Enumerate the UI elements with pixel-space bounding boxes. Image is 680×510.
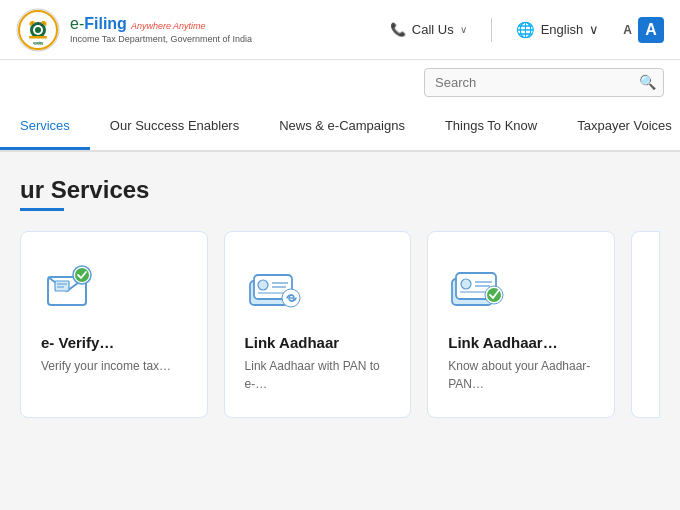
logo-tagline: Anywhere Anytime	[131, 21, 206, 31]
phone-icon: 📞	[390, 22, 406, 37]
nav-label-success-enablers: Our Success Enablers	[110, 118, 239, 133]
card-link-aadhaar-icon-area	[245, 260, 305, 320]
nav-label-taxpayer-voices: Taxpayer Voices	[577, 118, 672, 133]
link-aadhaar-status-icon	[449, 261, 507, 319]
nav-item-news[interactable]: News & e-Campaigns	[259, 104, 425, 150]
header: सत्यमेव e-FilingAnywhere Anytime Income …	[0, 0, 680, 60]
card-link-aadhaar[interactable]: Link Aadhaar Link Aadhaar with PAN to e-…	[224, 231, 412, 418]
logo-filing: Filing	[84, 15, 127, 33]
svg-text:सत्यमेव: सत्यमेव	[32, 41, 44, 46]
search-bar-area: 🔍	[0, 60, 680, 104]
language-chevron: ∨	[589, 22, 599, 37]
nav-item-things-to-know[interactable]: Things To Know	[425, 104, 557, 150]
emblem-icon: सत्यमेव	[16, 8, 60, 52]
nav-item-success-enablers[interactable]: Our Success Enablers	[90, 104, 259, 150]
vertical-divider	[491, 18, 492, 42]
svg-point-26	[461, 279, 471, 289]
card-everify-desc: Verify your income tax…	[41, 357, 171, 375]
logo-subtitle: Income Tax Department, Government of Ind…	[70, 34, 252, 44]
header-right: 📞 Call Us ∨ 🌐 English ∨ A A	[382, 17, 664, 43]
nav-label-services: Services	[20, 118, 70, 133]
call-us-chevron: ∨	[460, 24, 467, 35]
logo-emblem: सत्यमेव	[16, 8, 60, 52]
card-link-aadhaar-status-desc: Know about your Aadhaar-PAN…	[448, 357, 594, 393]
search-input[interactable]	[424, 68, 664, 97]
globe-icon: 🌐	[516, 21, 535, 39]
card-link-aadhaar-status[interactable]: Link Aadhaar… Know about your Aadhaar-PA…	[427, 231, 615, 418]
nav-label-news: News & e-Campaigns	[279, 118, 405, 133]
everify-icon	[42, 261, 100, 319]
card-everify-title: e- Verify…	[41, 334, 114, 351]
svg-rect-11	[55, 281, 69, 291]
link-aadhaar-icon	[246, 261, 304, 319]
nav-item-taxpayer-voices[interactable]: Taxpayer Voices	[557, 104, 680, 150]
svg-rect-8	[29, 36, 47, 39]
svg-point-18	[258, 280, 268, 290]
search-icon: 🔍	[639, 74, 656, 90]
card-link-aadhaar-desc: Link Aadhaar with PAN to e-…	[245, 357, 391, 393]
call-us-button[interactable]: 📞 Call Us ∨	[382, 18, 475, 41]
navigation-bar: Services Our Success Enablers News & e-C…	[0, 104, 680, 152]
services-cards-row: e- Verify… Verify your income tax…	[20, 231, 660, 418]
card-overflow-hint	[631, 231, 660, 418]
logo-text: e-FilingAnywhere Anytime Income Tax Depa…	[70, 15, 252, 44]
svg-point-4	[35, 27, 41, 33]
language-label: English	[541, 22, 584, 37]
page-content: ur Services e- Verify…	[0, 152, 680, 438]
nav-item-services[interactable]: Services	[0, 104, 90, 150]
font-size-controls: A A	[623, 17, 664, 43]
search-button[interactable]: 🔍	[639, 74, 656, 90]
call-us-label: Call Us	[412, 22, 454, 37]
font-increase-button[interactable]: A	[638, 17, 664, 43]
card-everify[interactable]: e- Verify… Verify your income tax…	[20, 231, 208, 418]
card-link-aadhaar-status-icon-area	[448, 260, 508, 320]
nav-label-things-to-know: Things To Know	[445, 118, 537, 133]
section-title: ur Services	[20, 176, 660, 211]
search-wrapper: 🔍	[424, 68, 664, 97]
logo-area: सत्यमेव e-FilingAnywhere Anytime Income …	[16, 8, 252, 52]
card-link-aadhaar-status-title: Link Aadhaar…	[448, 334, 557, 351]
card-everify-icon-area	[41, 260, 101, 320]
language-button[interactable]: 🌐 English ∨	[508, 17, 608, 43]
logo-e: e-	[70, 15, 84, 33]
font-decrease-button[interactable]: A	[623, 23, 632, 37]
card-link-aadhaar-title: Link Aadhaar	[245, 334, 339, 351]
